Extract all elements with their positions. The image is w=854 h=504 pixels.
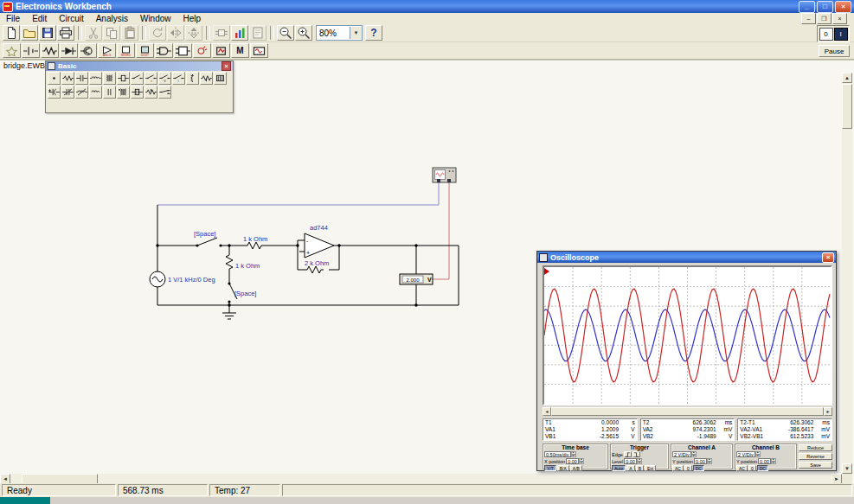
inductor-component-button[interactable]	[89, 72, 102, 85]
open-button[interactable]	[21, 25, 38, 41]
pause-button[interactable]: Pause	[819, 45, 850, 57]
resistor-r3[interactable]	[305, 266, 324, 273]
magnetic-core-component-button[interactable]	[103, 86, 116, 99]
ab-mode-button[interactable]: A/B	[570, 465, 582, 471]
voltage-divider-component-button[interactable]	[144, 86, 157, 99]
digital-bin-button[interactable]	[174, 43, 192, 58]
new-button[interactable]	[3, 25, 20, 41]
basic-palette-titlebar[interactable]: Basic ×	[46, 61, 233, 71]
miscellaneous-bin-button[interactable]: M	[231, 43, 249, 58]
print-button[interactable]	[57, 25, 74, 41]
close-icon[interactable]: ×	[822, 252, 834, 263]
relay-component-button[interactable]	[117, 72, 130, 85]
basic-bin-button[interactable]	[41, 43, 59, 58]
channel-a-ac-button[interactable]: AC	[672, 465, 684, 471]
component-properties-button[interactable]	[249, 25, 266, 41]
transistors-bin-button[interactable]	[79, 43, 97, 58]
reverse-button[interactable]: Reverse	[799, 453, 832, 460]
sources-bin-button[interactable]	[22, 43, 40, 58]
power-switch[interactable]: 0 I	[817, 25, 850, 42]
resistor-r1[interactable]	[245, 242, 264, 249]
copy-button[interactable]	[103, 25, 120, 41]
trigger-ext-button[interactable]: Ext	[645, 465, 656, 471]
help-button[interactable]: ?	[365, 25, 382, 41]
favorites-bin-button[interactable]	[3, 43, 21, 58]
menu-file[interactable]: File	[0, 13, 26, 24]
zoom-out-button[interactable]	[277, 25, 294, 41]
basic-palette-window[interactable]: Basic × t V I	[45, 61, 234, 113]
oscilloscope-component[interactable]	[433, 168, 456, 182]
menu-analysis[interactable]: Analysis	[90, 13, 134, 24]
controls-bin-button[interactable]	[212, 43, 230, 58]
trigger-auto-button[interactable]: Auto	[612, 465, 626, 471]
flip-vertical-button[interactable]	[185, 25, 202, 41]
save-button[interactable]	[39, 25, 56, 41]
switch-component-button[interactable]	[131, 72, 144, 85]
power-on-label[interactable]: I	[834, 28, 848, 41]
diodes-bin-button[interactable]	[60, 43, 78, 58]
zoom-select[interactable]: 80% ▼	[316, 25, 363, 41]
variable-capacitor-component-button[interactable]	[61, 86, 74, 99]
power-off-label[interactable]: 0	[819, 28, 833, 41]
mdi-minimize-button[interactable]: –	[801, 13, 816, 24]
oscilloscope-scrollbar[interactable]: ◄ ►	[543, 407, 832, 416]
transformer-component-button[interactable]	[103, 72, 116, 85]
polarized-capacitor-component-button[interactable]	[48, 86, 61, 99]
document-title[interactable]: bridge.EWB	[3, 61, 45, 70]
channel-b-dc-button[interactable]: DC	[757, 465, 768, 471]
oscilloscope-titlebar[interactable]: Oscilloscope ×	[537, 252, 836, 263]
mdi-restore-button[interactable]: ❐	[817, 13, 832, 24]
channel-a-y-spinner[interactable]: 0.00▲▼	[694, 458, 712, 464]
digital-ics-bin-button[interactable]: DIGIT	[136, 43, 154, 58]
channel-a-dc-button[interactable]: DC	[693, 465, 704, 471]
channel-b-y-spinner[interactable]: 0.00▲▼	[758, 458, 776, 464]
chevron-down-icon[interactable]: ▼	[350, 27, 362, 39]
logic-gates-bin-button[interactable]	[155, 43, 173, 58]
menu-edit[interactable]: Edit	[26, 13, 53, 24]
ba-mode-button[interactable]: B/A	[557, 465, 569, 471]
scroll-right-icon[interactable]: ►	[824, 407, 832, 416]
indicators-bin-button[interactable]	[193, 43, 211, 58]
resistor-r2[interactable]	[226, 252, 233, 271]
close-button[interactable]: ×	[835, 1, 851, 13]
variable-inductor-component-button[interactable]	[75, 86, 88, 99]
titlebar[interactable]: Electronics Workbench _ □ ×	[0, 0, 854, 13]
minimize-button[interactable]: _	[799, 1, 815, 13]
channel-b-ac-button[interactable]: AC	[736, 465, 748, 471]
voltmeter[interactable]: 2.000 V	[400, 274, 433, 284]
timebase-spinner[interactable]: 0.50ms/div▲▼	[544, 451, 576, 457]
oscilloscope-window[interactable]: Oscilloscope × ◄ ► T10.0000s VA11.2009V …	[536, 251, 837, 471]
voltage-controlled-switch-component-button[interactable]: V	[158, 72, 171, 85]
opamp-ad744[interactable]: - +	[305, 233, 334, 258]
potentiometer-component-button[interactable]	[200, 72, 213, 85]
flip-horizontal-button[interactable]	[167, 25, 184, 41]
switch-1[interactable]	[196, 238, 222, 247]
mixed-ics-bin-button[interactable]: MIXED	[117, 43, 135, 58]
paste-button[interactable]	[121, 25, 138, 41]
channel-a-zero-button[interactable]: 0	[684, 465, 692, 471]
falling-edge-button[interactable]	[632, 451, 640, 457]
rising-edge-button[interactable]	[624, 451, 632, 457]
scroll-left-icon[interactable]: ◄	[543, 407, 551, 416]
connector-component-button[interactable]	[48, 72, 61, 85]
rotate-button[interactable]	[149, 25, 166, 41]
current-controlled-switch-component-button[interactable]: I	[172, 72, 185, 85]
pullup-resistor-component-button[interactable]	[186, 72, 199, 85]
ac-voltage-source[interactable]	[150, 271, 165, 287]
x-position-spinner[interactable]: 0.00▲▼	[566, 458, 584, 464]
reduce-button[interactable]: Reduce	[799, 444, 832, 451]
time-delay-switch-component-button[interactable]: t	[144, 72, 157, 85]
channel-b-scale-spinner[interactable]: 2 V/Div▲▼	[736, 451, 761, 457]
resistor-component-button[interactable]	[61, 72, 74, 85]
scope-channel-b-wire[interactable]	[433, 182, 449, 279]
close-icon[interactable]: ×	[222, 61, 231, 71]
scroll-up-icon[interactable]: ▲	[842, 73, 852, 83]
menu-circuit[interactable]: Circuit	[53, 13, 89, 24]
level-spinner[interactable]: 0.00▲▼	[624, 458, 642, 464]
instruments-bin-button[interactable]	[250, 43, 268, 58]
trigger-a-button[interactable]: A	[626, 465, 634, 471]
scroll-down-icon[interactable]: ▼	[842, 463, 852, 474]
save-scope-button[interactable]: Save	[799, 462, 832, 469]
capacitor-component-button[interactable]	[75, 72, 88, 85]
resistor-pack-component-button[interactable]	[214, 72, 227, 85]
